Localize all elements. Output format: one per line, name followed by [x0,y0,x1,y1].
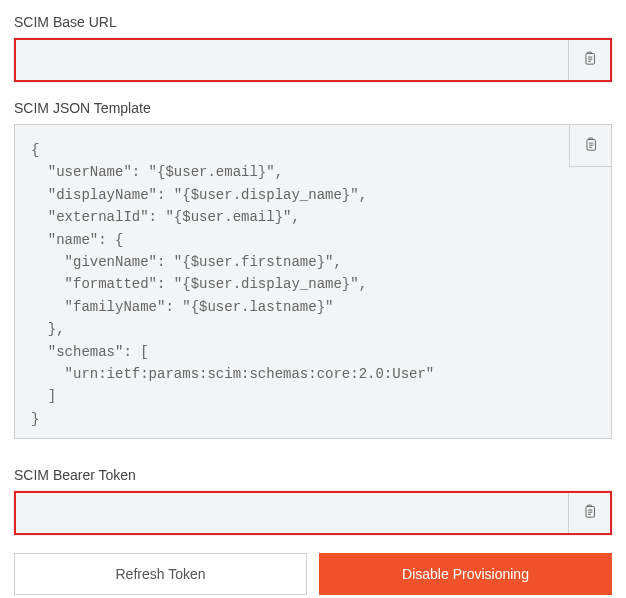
scim-json-template-value: { "userName": "{$user.email}", "displayN… [31,139,611,430]
scim-base-url-copy-button[interactable] [568,40,610,80]
action-row: Refresh Token Disable Provisioning [14,553,612,595]
scim-json-template-group: SCIM JSON Template { "userName": "{$user… [14,100,612,439]
scim-json-template-field: { "userName": "{$user.email}", "displayN… [14,124,612,439]
scim-base-url-group: SCIM Base URL [14,14,612,82]
scim-base-url-value [16,40,568,80]
scim-bearer-token-copy-button[interactable] [568,493,610,533]
clipboard-icon [581,50,598,70]
refresh-token-button[interactable]: Refresh Token [14,553,307,595]
scim-json-template-scroll[interactable]: { "userName": "{$user.email}", "displayN… [15,125,611,438]
clipboard-icon [581,503,598,523]
scim-bearer-token-label: SCIM Bearer Token [14,467,612,483]
clipboard-icon [582,136,599,156]
scim-base-url-field[interactable] [14,38,612,82]
disable-provisioning-button[interactable]: Disable Provisioning [319,553,612,595]
scim-json-template-label: SCIM JSON Template [14,100,612,116]
scim-bearer-token-value [16,493,568,533]
scim-json-template-copy-button[interactable] [569,125,611,167]
scim-base-url-label: SCIM Base URL [14,14,612,30]
scim-bearer-token-field[interactable] [14,491,612,535]
scim-bearer-token-group: SCIM Bearer Token [14,467,612,535]
